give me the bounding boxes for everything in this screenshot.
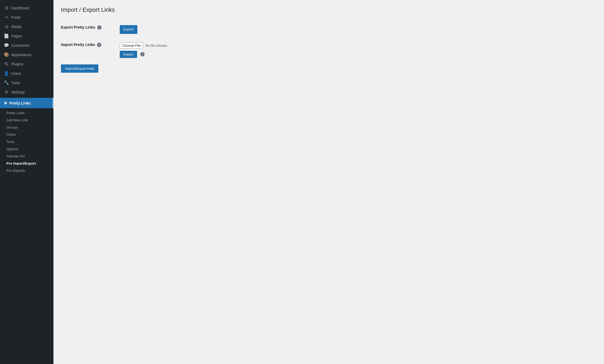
settings-icon: ⚙ bbox=[4, 90, 9, 95]
page-title: Import / Export Links bbox=[61, 6, 597, 13]
posts-icon: ✏ bbox=[4, 15, 9, 20]
sidebar-item-label: Pages bbox=[11, 34, 22, 38]
import-info-icon[interactable]: i bbox=[97, 43, 101, 47]
export-row: Export Pretty Links i Export bbox=[61, 21, 275, 38]
main-content: Import / Export Links Export Pretty Link… bbox=[53, 0, 604, 364]
pretty-links-label: Pretty Links bbox=[9, 101, 31, 105]
tools-icon: 🔧 bbox=[4, 80, 9, 85]
export-label: Export Pretty Links bbox=[61, 25, 95, 29]
sidebar-item-users[interactable]: 👤 Users bbox=[0, 69, 53, 78]
users-icon: 👤 bbox=[4, 71, 9, 76]
sidebar-item-dashboard[interactable]: ⊞ Dashboard bbox=[0, 3, 53, 13]
submenu-item-clicks[interactable]: Clicks bbox=[0, 131, 53, 138]
file-input-wrapper: Choose File No file chosen bbox=[120, 42, 275, 49]
submenu-item-tools[interactable]: Tools bbox=[0, 138, 53, 145]
export-button[interactable]: Export bbox=[120, 25, 137, 34]
no-file-chosen-text: No file chosen bbox=[145, 44, 167, 48]
submenu-item-pro-reports[interactable]: Pro Reports bbox=[0, 167, 53, 174]
import-button-info-icon[interactable]: i bbox=[140, 52, 145, 56]
sidebar-item-pages[interactable]: 📄 Pages bbox=[0, 31, 53, 41]
sidebar-item-label: Dashboard bbox=[11, 6, 30, 10]
sidebar-item-label: Settings bbox=[11, 90, 25, 94]
sidebar-item-plugins[interactable]: 🔌 Plugins bbox=[0, 59, 53, 69]
import-section: Choose File No file chosen Import i bbox=[120, 42, 275, 58]
sidebar-item-label: Users bbox=[11, 71, 21, 76]
import-export-help-button[interactable]: Import/Export Help bbox=[61, 64, 98, 73]
comments-icon: 💬 bbox=[4, 43, 9, 48]
submenu-item-groups[interactable]: Groups bbox=[0, 124, 53, 131]
media-icon: ⊟ bbox=[4, 24, 9, 29]
sidebar-nav: ⊞ Dashboard ✏ Posts ⊟ Media 📄 Pages 💬 Co… bbox=[0, 0, 53, 98]
form-table: Export Pretty Links i Export Import Pret… bbox=[61, 21, 275, 62]
sidebar-item-label: Tools bbox=[11, 81, 20, 85]
sidebar-item-label: Comments bbox=[11, 43, 29, 48]
export-info-icon[interactable]: i bbox=[97, 25, 102, 30]
pretty-links-submenu: Pretty Links Add New Link Groups Clicks … bbox=[0, 108, 53, 175]
sidebar: ⊞ Dashboard ✏ Posts ⊟ Media 📄 Pages 💬 Co… bbox=[0, 0, 53, 364]
dashboard-icon: ⊞ bbox=[4, 5, 9, 10]
sidebar-item-label: Posts bbox=[11, 15, 21, 20]
sidebar-item-posts[interactable]: ✏ Posts bbox=[0, 13, 53, 22]
plugins-icon: 🔌 bbox=[4, 61, 9, 67]
import-button[interactable]: Import bbox=[120, 51, 137, 58]
sidebar-item-label: Appearance bbox=[11, 53, 32, 57]
sidebar-item-tools[interactable]: 🔧 Tools bbox=[0, 78, 53, 87]
appearance-icon: 🎨 bbox=[4, 52, 9, 57]
sidebar-item-comments[interactable]: 💬 Comments bbox=[0, 41, 53, 50]
import-button-row: Import i bbox=[120, 51, 275, 58]
sidebar-item-settings[interactable]: ⚙ Settings bbox=[0, 87, 53, 97]
import-label: Import Pretty Links bbox=[61, 42, 95, 47]
sidebar-item-label: Plugins bbox=[11, 62, 24, 66]
pretty-links-icon: ➤ bbox=[4, 100, 7, 106]
submenu-item-add-new-link[interactable]: Add New Link bbox=[0, 117, 53, 124]
sidebar-item-media[interactable]: ⊟ Media bbox=[0, 22, 53, 31]
pages-icon: 📄 bbox=[4, 33, 9, 38]
choose-file-button[interactable]: Choose File bbox=[120, 42, 143, 49]
submenu-item-activate-pro[interactable]: Activate Pro bbox=[0, 153, 53, 160]
sidebar-item-label: Media bbox=[11, 25, 21, 29]
submenu-item-pretty-links[interactable]: Pretty Links bbox=[0, 109, 53, 117]
pretty-links-nav-header[interactable]: ➤ Pretty Links bbox=[0, 98, 53, 108]
submenu-item-options[interactable]: Options bbox=[0, 145, 53, 153]
submenu-item-pro-import-export[interactable]: Pro Import/Export bbox=[0, 160, 53, 167]
sidebar-item-appearance[interactable]: 🎨 Appearance bbox=[0, 50, 53, 59]
import-row: Import Pretty Links i Choose File No fil… bbox=[61, 38, 275, 62]
